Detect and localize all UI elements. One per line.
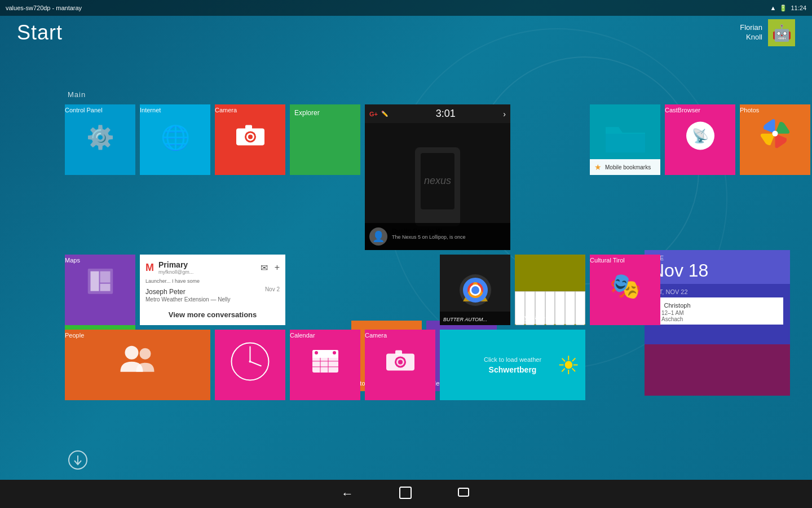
tile-cultural[interactable]: 🎭 Cultural Tirol	[590, 255, 660, 325]
main-label: Main	[68, 90, 86, 99]
nexus-screen: nexus	[421, 153, 454, 209]
status-bar: values-sw720dp - mantaray ▲ 🔋 11:24	[0, 0, 812, 16]
svg-rect-4	[245, 125, 252, 129]
nexus-avatar: 👤	[369, 227, 387, 246]
tile-folder[interactable]: ★ Mobile bookmarks	[590, 104, 660, 175]
cast-icon: 📡	[686, 121, 714, 150]
svg-point-3	[248, 134, 253, 139]
tile-clock[interactable]	[215, 330, 285, 400]
email-date: Nov 2	[265, 286, 280, 292]
chrome-icon	[458, 273, 492, 307]
tile-calendar-label: Calendar	[290, 332, 315, 339]
email-preview: Metro Weather Extension — Nelly	[145, 296, 280, 303]
recents-button[interactable]	[457, 487, 471, 501]
download-button[interactable]	[68, 450, 88, 474]
tile-control-panel-label: Control Panel	[65, 107, 103, 113]
tiles-row-3: People	[65, 330, 810, 400]
folder-icon	[603, 121, 648, 158]
user-profile[interactable]: Florian Knoll 🤖	[740, 19, 795, 46]
nexus-inner: G+ ✏️ 3:01 › nexus	[365, 104, 510, 250]
tile-mypiano-label: My Piano	[519, 314, 545, 321]
svg-point-28	[315, 351, 318, 354]
email-entry-1: Joseph Peter Nov 2 Metro Weather Extensi…	[145, 286, 280, 303]
svg-rect-8	[100, 271, 110, 282]
svg-rect-34	[395, 350, 402, 354]
tile-cultural-label: Cultural Tirol	[590, 257, 625, 264]
camera2-svg	[386, 349, 414, 371]
sun-icon: ☀	[557, 350, 580, 380]
internet-icon: 🌐	[161, 123, 190, 151]
svg-rect-47	[458, 488, 469, 496]
gmail-icon: M	[145, 262, 154, 274]
nexus-author: Dustin Crooke W...	[392, 227, 466, 234]
tile-maps[interactable]: Maps	[65, 255, 135, 325]
clock-display: 11:24	[791, 5, 806, 11]
tile-internet-label: Internet	[140, 107, 161, 113]
camera-icon	[236, 124, 264, 146]
svg-point-16	[140, 348, 151, 359]
tile-camera-1[interactable]: Camera	[215, 104, 285, 175]
piano-key-6	[565, 291, 575, 325]
tiles-row-2: Maps M Primary myfknoll@gm... ✉ + Launch…	[65, 255, 810, 325]
status-bar-left: values-sw720dp - mantaray	[6, 5, 82, 11]
tile-weather[interactable]: Click to load weather Schwertberg ☀	[440, 330, 585, 400]
nexus-status-icons: G+ ✏️	[369, 111, 388, 117]
tile-nexus[interactable]: G+ ✏️ 3:01 › nexus	[365, 104, 510, 250]
email-account-info: Primary myfknoll@gm...	[158, 260, 193, 275]
svg-point-33	[398, 360, 403, 364]
nexus-g-icon: G+	[369, 111, 378, 117]
cast-icon-area: 📡	[686, 121, 714, 150]
status-bar-app-info: values-sw720dp - mantaray	[6, 5, 82, 11]
nexus-time: 3:01	[436, 108, 456, 120]
tile-castbrowser[interactable]: 📡 CastBrowser	[665, 104, 735, 175]
nav-bar: ←	[0, 480, 812, 508]
user-name: Florian Knoll	[740, 23, 762, 42]
tile-internet[interactable]: 🌐 Internet	[140, 104, 210, 175]
email-account-label: Primary	[158, 260, 193, 269]
tile-people[interactable]: People	[65, 330, 210, 400]
svg-rect-46	[400, 487, 411, 498]
wifi-icon: ▲	[770, 5, 776, 11]
tile-castbrowser-label: CastBrowser	[665, 107, 700, 113]
nexus-text: nexus	[424, 175, 451, 187]
tile-maps-label: Maps	[65, 257, 80, 264]
tile-calendar[interactable]: Calendar	[290, 330, 360, 400]
photos-icon	[760, 118, 791, 151]
pinwheel-icon	[760, 118, 791, 149]
svg-point-15	[125, 345, 139, 359]
tile-email[interactable]: M Primary myfknoll@gm... ✉ + Launcher...…	[140, 255, 285, 325]
back-button[interactable]: ←	[341, 487, 354, 501]
home-button[interactable]	[399, 486, 412, 502]
nexus-span-placeholder	[290, 255, 435, 325]
tile-control-panel[interactable]: ⚙️ Control Panel	[65, 104, 135, 175]
tiles-row-1: ⚙️ Control Panel 🌐 Internet Camera	[65, 104, 810, 250]
nexus-top-bar: G+ ✏️ 3:01 ›	[365, 104, 510, 123]
star-icon: ★	[594, 163, 602, 172]
email-address: myfknoll@gm...	[158, 269, 193, 275]
status-bar-right: ▲ 🔋 11:24	[770, 5, 806, 12]
tile-camera-1-label: Camera	[215, 107, 237, 113]
view-more-conversations[interactable]: View more conversations	[145, 310, 280, 319]
maps-icon-area	[87, 268, 113, 301]
start-title: Start	[17, 21, 63, 45]
nexus-phone: nexus	[415, 147, 460, 226]
tile-mypiano[interactable]: My Piano	[515, 255, 585, 325]
tile-chrome[interactable]: BUTTER AUTOM...	[440, 255, 510, 325]
people-icon	[120, 343, 156, 376]
tile-camera-2[interactable]: Camera	[365, 330, 435, 400]
weather-click-text: Click to load weather	[484, 356, 541, 363]
tile-camera-2-label: Camera	[365, 332, 387, 339]
email-preview-text: Launcher... I have some	[145, 278, 280, 284]
tile-spacer-col6	[515, 104, 585, 250]
tiles-grid: ⚙️ Control Panel 🌐 Internet Camera	[65, 104, 810, 405]
maps-icon	[87, 268, 113, 299]
email-add-icon: +	[275, 262, 280, 273]
battery-icon: 🔋	[779, 5, 787, 12]
email-content: M Primary myfknoll@gm... ✉ + Launcher...…	[140, 255, 285, 325]
svg-point-20	[249, 360, 251, 362]
nexus-avatar-img: 👤	[372, 230, 385, 243]
tile-photos[interactable]: Photos	[740, 104, 810, 175]
chrome-sublabel: BUTTER AUTOM...	[443, 317, 487, 322]
clock-svg	[229, 340, 271, 383]
tile-explorer[interactable]: Explorer	[290, 104, 360, 175]
